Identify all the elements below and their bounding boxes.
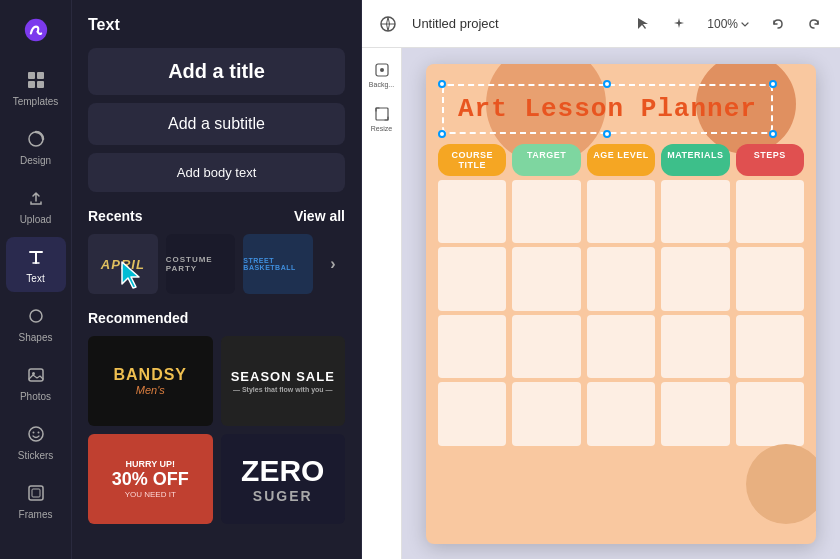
recommended-label: Recommended (88, 310, 188, 326)
col-cells-steps (736, 180, 804, 446)
toolbar-actions: 100% (629, 10, 828, 38)
sidebar-label-photos: Photos (20, 391, 51, 402)
svg-rect-4 (37, 81, 44, 88)
svg-point-9 (29, 427, 43, 441)
svg-rect-7 (29, 369, 43, 381)
upload-icon (24, 186, 48, 210)
col-header-materials: MATERIALS (661, 144, 729, 176)
magic-button[interactable] (665, 10, 693, 38)
handle-bl (438, 130, 446, 138)
add-body-button[interactable]: Add body text (88, 153, 345, 192)
recommended-header: Recommended (88, 310, 345, 326)
col-header-target: TARGET (512, 144, 580, 176)
cell (736, 247, 804, 311)
rec-item-bandsy[interactable]: BANDSY Men's (88, 336, 213, 426)
cell (661, 315, 729, 379)
add-subtitle-button[interactable]: Add a subtitle (88, 103, 345, 145)
sidebar-label-templates: Templates (13, 96, 59, 107)
rec-hurry-line3: YOU NEED IT (125, 490, 176, 499)
project-title: Untitled project (412, 16, 619, 31)
handle-tm (603, 80, 611, 88)
rec-bandsy-line1: BANDSY (113, 366, 187, 384)
canvas-doc[interactable]: Art Lesson Planner COURSE TITLE (402, 48, 840, 559)
sidebar-item-frames[interactable]: Frames (6, 473, 66, 528)
svg-rect-2 (37, 72, 44, 79)
app-logo (6, 8, 66, 56)
view-all-button[interactable]: View all (294, 208, 345, 224)
sidebar-item-upload[interactable]: Upload (6, 178, 66, 233)
rec-item-season[interactable]: SEASON SALE — Styles that flow with you … (221, 336, 346, 426)
recent-item-street[interactable]: STREET BASKETBALL (243, 234, 313, 294)
stickers-icon (24, 422, 48, 446)
canvas-toolbar: Untitled project 100% (362, 0, 840, 48)
svg-point-6 (30, 310, 42, 322)
recents-header: Recents View all (88, 208, 345, 224)
recent-scroll-arrow[interactable]: › (321, 234, 345, 294)
sidebar-label-frames: Frames (19, 509, 53, 520)
sidebar-item-shapes[interactable]: Shapes (6, 296, 66, 351)
doc-title-border: Art Lesson Planner (442, 84, 773, 134)
redo-button[interactable] (800, 10, 828, 38)
templates-icon (24, 68, 48, 92)
sidebar-item-text[interactable]: Text (6, 237, 66, 292)
cursor-tool-button[interactable] (629, 10, 657, 38)
recents-row: APRIL COSTUME PARTY STREET BASKETBALL › (88, 234, 345, 294)
cell (587, 247, 655, 311)
canva-logo-icon (24, 18, 48, 42)
handle-tl (438, 80, 446, 88)
cell (438, 247, 506, 311)
cell (587, 180, 655, 244)
recent-item-april[interactable]: APRIL (88, 234, 158, 294)
toolbar-globe-icon (374, 10, 402, 38)
sidebar-label-shapes: Shapes (19, 332, 53, 343)
text-panel-heading: Text (88, 16, 345, 34)
svg-rect-17 (376, 108, 388, 120)
sidebar-label-stickers: Stickers (18, 450, 54, 461)
rec-item-hurry[interactable]: HURRY UP! 30% OFF YOU NEED IT (88, 434, 213, 524)
cell (512, 180, 580, 244)
rec-hurry-line1: HURRY UP! (125, 459, 175, 469)
background-tool-button[interactable]: Backg... (364, 56, 400, 92)
col-cells-course (438, 180, 506, 446)
cell (587, 382, 655, 446)
col-header-steps: STEPS (736, 144, 804, 176)
col-cells-target (512, 180, 580, 446)
col-header-course: COURSE TITLE (438, 144, 506, 176)
cell (661, 382, 729, 446)
doc-header: Art Lesson Planner (426, 64, 816, 144)
cell (587, 315, 655, 379)
cell (512, 382, 580, 446)
doc-title-container[interactable]: Art Lesson Planner (442, 84, 773, 134)
svg-point-11 (37, 432, 39, 434)
sidebar-item-design[interactable]: Design (6, 119, 66, 174)
zoom-value: 100% (707, 17, 738, 31)
undo-button[interactable] (764, 10, 792, 38)
sidebar-item-templates[interactable]: Templates (6, 60, 66, 115)
svg-point-0 (24, 19, 46, 41)
recent-street-label: STREET BASKETBALL (243, 257, 313, 271)
svg-rect-13 (32, 489, 40, 497)
frames-icon (24, 481, 48, 505)
col-cells-materials (661, 180, 729, 446)
svg-point-10 (32, 432, 34, 434)
resize-tool-button[interactable]: Resize (364, 100, 400, 136)
sidebar-item-stickers[interactable]: Stickers (6, 414, 66, 469)
cell (661, 247, 729, 311)
canvas-main: Backg... Resize (362, 48, 840, 559)
handle-bm (603, 130, 611, 138)
cell (512, 315, 580, 379)
rec-season-line1: SEASON SALE (231, 369, 335, 384)
svg-rect-3 (28, 81, 35, 88)
svg-rect-1 (28, 72, 35, 79)
recents-label: Recents (88, 208, 142, 224)
add-title-button[interactable]: Add a title (88, 48, 345, 95)
design-icon (24, 127, 48, 151)
svg-rect-12 (29, 486, 43, 500)
rec-item-zero[interactable]: ZERO SUGER (221, 434, 346, 524)
col-header-age: AGE LEVEL (587, 144, 655, 176)
sidebar-item-photos[interactable]: Photos (6, 355, 66, 410)
doc-title-text: Art Lesson Planner (458, 94, 757, 124)
cell (736, 180, 804, 244)
zoom-control[interactable]: 100% (701, 13, 756, 35)
recent-item-costume[interactable]: COSTUME PARTY (166, 234, 236, 294)
